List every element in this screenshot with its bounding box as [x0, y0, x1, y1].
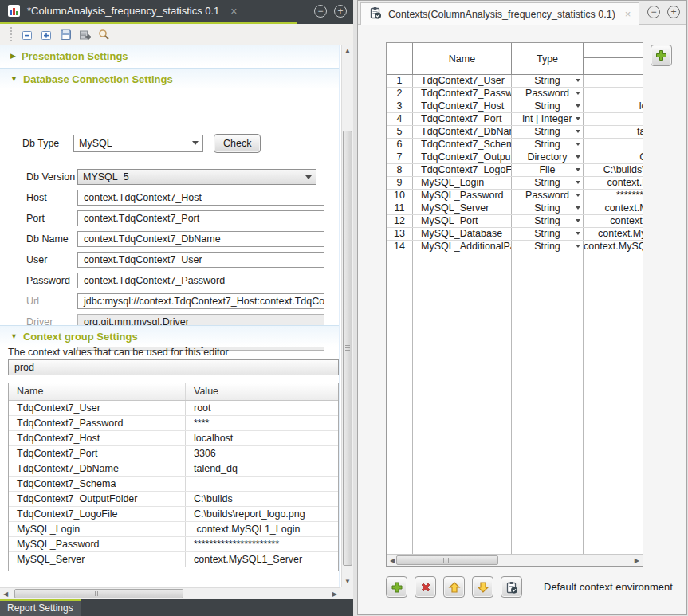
context-name-cell[interactable]: TdqContext7_Host — [9, 431, 186, 445]
context-value-cell[interactable]: context.MySQL1_Server — [186, 552, 338, 567]
collapsed-twistie-icon[interactable]: ▶ — [10, 52, 16, 60]
variable-name-cell[interactable]: TdqContext7_DbName — [413, 126, 512, 138]
variable-value-cell[interactable]: context.MySQL1_Port — [584, 215, 643, 227]
add-context-variable-button[interactable] — [651, 45, 672, 66]
variable-name-cell[interactable]: MySQL_AdditionalParams — [413, 241, 512, 253]
context-name-cell[interactable]: MySQL_Password — [9, 537, 186, 551]
variable-type-cell[interactable]: String — [512, 100, 584, 112]
user-input[interactable]: context.TdqContext7_User — [77, 252, 324, 268]
variable-value-cell[interactable]: C:\builds\report_logo.png — [584, 164, 643, 176]
variable-type-cell[interactable]: Password — [512, 190, 584, 202]
variable-name-cell[interactable]: TdqContext7_User — [413, 75, 512, 87]
check-button[interactable]: Check — [214, 134, 261, 153]
expand-all-icon[interactable] — [40, 28, 53, 41]
db-name-input[interactable]: context.TdqContext7_DbName — [77, 231, 324, 247]
save-icon[interactable] — [59, 28, 73, 41]
collapse-all-icon[interactable] — [21, 28, 34, 41]
toolbar-drag-handle[interactable] — [10, 27, 12, 41]
variable-type-cell[interactable]: String — [512, 241, 584, 253]
variable-name-cell[interactable]: MySQL_Server — [413, 202, 512, 214]
horizontal-scrollbar-thumb[interactable] — [14, 589, 183, 598]
minimize-icon[interactable]: − — [647, 6, 660, 18]
variable-type-cell[interactable]: String — [512, 228, 584, 240]
context-name-cell[interactable]: MySQL_Login — [9, 522, 186, 536]
tab-report-settings[interactable]: Report Settings — [0, 599, 81, 616]
variable-value-cell[interactable]: context.MySQL1_AdditionalParams — [584, 241, 643, 253]
scroll-up-icon[interactable]: ▲ — [344, 47, 351, 54]
context-name-cell[interactable]: TdqContext7_LogoFile — [9, 507, 186, 521]
context-value-cell[interactable]: C:\builds — [186, 492, 338, 506]
variable-type-cell[interactable]: String — [512, 215, 584, 227]
password-input[interactable]: context.TdqContext7_Password — [77, 273, 324, 288]
variable-value-cell[interactable]: localhost — [584, 100, 643, 112]
manage-contexts-button[interactable] — [501, 576, 522, 598]
expanded-twistie-icon[interactable]: ▼ — [10, 75, 18, 83]
variable-value-cell[interactable]: 3306 — [584, 113, 643, 125]
variable-type-cell[interactable]: String — [512, 139, 584, 151]
variable-type-cell[interactable]: int | Integer — [512, 113, 584, 125]
variable-value-cell[interactable]: C:\builds — [584, 151, 643, 163]
variable-value-cell[interactable]: **** — [584, 88, 643, 100]
variable-name-cell[interactable]: TdqContext7_LogoFile — [413, 164, 512, 176]
context-value-cell[interactable]: 3306 — [186, 446, 338, 461]
context-name-cell[interactable]: TdqContext7_DbName — [9, 461, 186, 476]
variable-type-cell[interactable]: Password — [512, 88, 584, 100]
delete-button[interactable] — [415, 576, 436, 598]
context-name-cell[interactable]: MySQL_Server — [9, 552, 186, 567]
scroll-right-icon[interactable]: ▶ — [635, 557, 639, 564]
scroll-left-icon[interactable]: ◀ — [3, 590, 8, 598]
move-up-button[interactable] — [443, 576, 465, 598]
section-context-group-settings[interactable]: ▼ Context group Settings — [0, 325, 340, 347]
variable-type-cell[interactable]: String — [512, 75, 584, 87]
close-icon[interactable]: × — [625, 8, 631, 20]
horizontal-scrollbar[interactable]: ◀ ▶ — [0, 587, 340, 599]
maximize-icon[interactable]: + — [334, 5, 347, 18]
context-value-cell[interactable]: context.MySQL1_Login — [186, 522, 338, 536]
close-icon[interactable]: × — [230, 5, 237, 18]
vertical-scrollbar-thumb[interactable] — [343, 131, 352, 566]
variable-type-cell[interactable]: String — [512, 177, 584, 189]
scroll-down-icon[interactable]: ▼ — [344, 578, 351, 585]
horizontal-scrollbar-thumb[interactable] — [396, 555, 498, 565]
variable-name-cell[interactable]: TdqContext7_Password — [413, 88, 512, 100]
context-environment-field[interactable]: prod — [8, 359, 339, 375]
variable-type-cell[interactable]: Directory — [512, 151, 584, 163]
db-version-combo[interactable]: MYSQL_5 — [77, 169, 316, 185]
variable-value-cell[interactable]: context.MySQL1_Database — [584, 228, 643, 240]
minimize-icon[interactable]: − — [314, 5, 327, 18]
variable-value-cell[interactable]: ********************** — [584, 190, 643, 202]
context-value-cell[interactable]: root — [186, 401, 338, 415]
context-name-cell[interactable]: TdqContext7_OutputFolder — [9, 492, 186, 506]
host-input[interactable]: context.TdqContext7_Host — [77, 190, 324, 206]
context-name-cell[interactable]: TdqContext7_User — [9, 401, 186, 415]
db-type-combo[interactable]: MySQL — [73, 135, 203, 152]
zoom-icon[interactable] — [97, 28, 111, 41]
variable-name-cell[interactable]: MySQL_Database — [413, 228, 512, 240]
expanded-twistie-icon[interactable]: ▼ — [10, 332, 18, 340]
context-value-cell[interactable]: ********************** — [186, 537, 338, 551]
port-input[interactable]: context.TdqContext7_Port — [77, 210, 324, 226]
context-name-cell[interactable]: TdqContext7_Port — [9, 446, 186, 461]
variable-type-cell[interactable]: File — [512, 164, 584, 176]
variable-value-cell[interactable] — [584, 139, 643, 151]
variable-type-cell[interactable]: String — [512, 126, 584, 138]
context-value-cell[interactable]: talend_dq — [186, 461, 338, 476]
section-presentation-settings[interactable]: ▶ Presentation Settings — [0, 45, 340, 66]
variable-type-cell[interactable]: String — [512, 202, 584, 214]
context-value-cell[interactable]: C:\builds\report_logo.png — [186, 507, 338, 521]
variable-value-cell[interactable]: root — [584, 75, 643, 87]
scroll-left-icon[interactable]: ◀ — [390, 557, 395, 564]
contexts-table-horizontal-scrollbar[interactable]: ◀ ▶ — [387, 554, 643, 566]
variable-name-cell[interactable]: TdqContext7_Host — [413, 100, 512, 112]
tab-column-analysis[interactable]: *ColumnAnalysis_frequency_statistics 0.1… — [0, 0, 297, 24]
variable-name-cell[interactable]: MySQL_Password — [413, 190, 512, 202]
variable-value-cell[interactable]: context.MySQL1_Login — [584, 177, 643, 189]
variable-name-cell[interactable]: TdqContext7_OutputFolder — [413, 151, 512, 163]
context-value-cell[interactable] — [186, 477, 338, 491]
move-down-button[interactable] — [472, 576, 493, 598]
variable-value-cell[interactable]: context.MySQL1_Server — [584, 202, 643, 214]
scroll-right-icon[interactable]: ▶ — [332, 590, 337, 598]
context-value-cell[interactable]: localhost — [186, 431, 338, 445]
variable-value-cell[interactable]: talend_dq — [584, 126, 643, 138]
tab-contexts[interactable]: Contexts(ColumnAnalysis_frequency_statis… — [360, 2, 639, 25]
